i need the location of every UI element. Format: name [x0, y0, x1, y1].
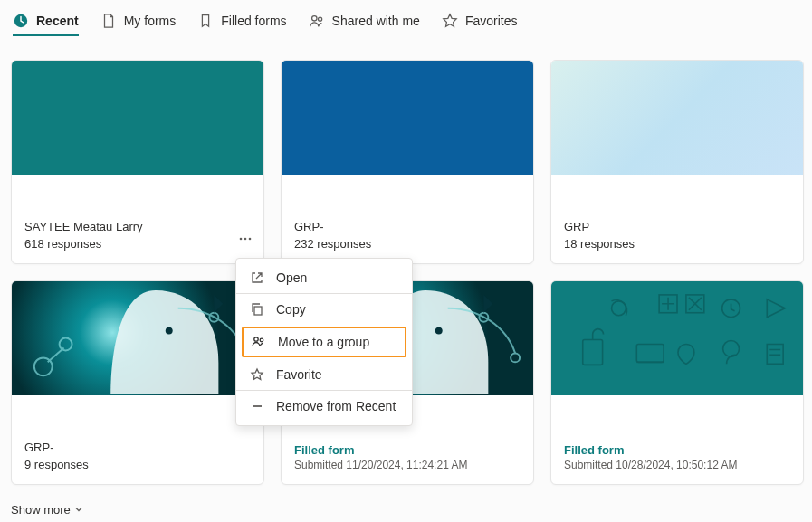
menu-favorite[interactable]: Favorite	[236, 359, 412, 390]
clock-icon	[13, 13, 29, 29]
chevron-down-icon	[74, 503, 83, 517]
menu-label: Favorite	[276, 367, 322, 382]
bookmark-icon	[197, 13, 214, 29]
svg-point-1	[311, 16, 316, 21]
menu-remove-recent[interactable]: Remove from Recent	[236, 391, 412, 422]
tab-label: Recent	[36, 14, 79, 28]
svg-point-24	[254, 337, 258, 341]
context-menu: Open Copy Move to a group Favorite Remov…	[235, 258, 413, 426]
tab-favorites[interactable]: Favorites	[442, 13, 518, 36]
tab-myforms[interactable]: My forms	[100, 13, 177, 36]
open-icon	[249, 270, 265, 285]
svg-point-8	[60, 338, 72, 351]
copy-icon	[249, 302, 265, 317]
star-icon	[249, 367, 265, 382]
tab-label: Filled forms	[221, 14, 286, 28]
card-thumbnail	[282, 61, 533, 175]
menu-open[interactable]: Open	[236, 262, 412, 293]
menu-label: Copy	[276, 302, 306, 317]
tab-label: My forms	[124, 14, 177, 28]
card-responses: 232 responses	[294, 237, 521, 251]
svg-rect-16	[583, 340, 603, 365]
card-body: GRP 18 responses	[551, 175, 803, 263]
card-thumbnail	[12, 61, 263, 175]
tab-filled[interactable]: Filled forms	[197, 13, 286, 36]
document-icon	[100, 13, 117, 29]
card-thumbnail	[551, 61, 803, 175]
svg-point-5	[249, 238, 252, 241]
card-responses: 18 responses	[564, 237, 790, 251]
card-title: GRP	[564, 220, 790, 233]
group-icon	[251, 335, 267, 349]
svg-point-2	[318, 17, 321, 21]
card-body: GRP- 232 responses	[282, 175, 533, 263]
form-card[interactable]: GRP 18 responses	[550, 60, 804, 264]
svg-point-25	[260, 338, 263, 342]
card-body: Filled form Submitted 10/28/2024, 10:50:…	[551, 395, 803, 484]
card-body: GRP- 9 responses	[12, 395, 263, 484]
filled-form-label: Filled form	[564, 443, 790, 457]
card-thumbnail	[12, 281, 263, 395]
card-title: GRP-	[294, 220, 521, 233]
menu-label: Move to a group	[278, 335, 369, 349]
form-card[interactable]: SAYTEE Meatau Larry 618 responses	[11, 60, 264, 264]
tab-label: Shared with me	[332, 14, 420, 28]
tab-recent[interactable]: Recent	[13, 13, 79, 36]
menu-copy[interactable]: Copy	[236, 294, 412, 325]
tab-label: Favorites	[465, 14, 518, 28]
show-more-button[interactable]: Show more	[11, 503, 83, 517]
card-title: SAYTEE Meatau Larry	[24, 220, 251, 233]
more-button[interactable]	[236, 230, 254, 251]
svg-point-14	[511, 353, 520, 362]
doodle-icons	[551, 281, 803, 394]
tab-shared[interactable]: Shared with me	[309, 13, 420, 36]
card-responses: 9 responses	[24, 458, 251, 471]
menu-move-to-group[interactable]: Move to a group	[242, 327, 406, 357]
menu-label: Remove from Recent	[276, 399, 396, 413]
svg-point-6	[166, 327, 173, 335]
card-body: SAYTEE Meatau Larry 618 responses	[12, 175, 263, 263]
card-thumbnail	[551, 281, 803, 395]
remove-icon	[249, 399, 265, 413]
svg-point-4	[244, 238, 247, 241]
menu-label: Open	[276, 270, 307, 285]
form-card[interactable]: GRP- 232 responses	[281, 60, 534, 264]
tabs-bar: Recent My forms Filled forms Shared with…	[11, 13, 801, 43]
show-more-label: Show more	[11, 503, 71, 517]
svg-point-22	[723, 341, 740, 357]
submitted-timestamp: Submitted 11/20/2024, 11:24:21 AM	[294, 459, 521, 471]
form-card[interactable]: Filled form Submitted 10/28/2024, 10:50:…	[550, 280, 804, 485]
card-title: GRP-	[24, 441, 251, 454]
svg-point-11	[435, 327, 443, 335]
people-icon	[309, 13, 325, 29]
submitted-timestamp: Submitted 10/28/2024, 10:50:12 AM	[564, 459, 790, 471]
card-responses: 618 responses	[24, 237, 251, 251]
ai-face-illustration	[12, 281, 263, 394]
svg-rect-23	[254, 307, 262, 315]
star-icon	[442, 13, 458, 29]
form-card[interactable]: GRP- 9 responses	[11, 280, 264, 485]
filled-form-label: Filled form	[294, 443, 521, 457]
svg-rect-21	[636, 344, 664, 362]
svg-point-3	[240, 238, 243, 241]
